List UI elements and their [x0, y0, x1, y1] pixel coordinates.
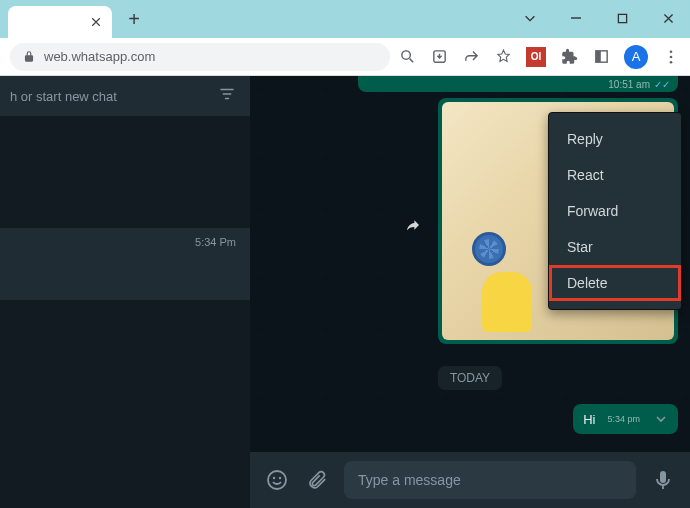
cartoon-illustration [472, 232, 552, 332]
message-text: Hi [583, 412, 595, 427]
svg-point-7 [670, 60, 673, 63]
svg-rect-4 [595, 51, 600, 62]
close-window-button[interactable] [654, 4, 682, 32]
extension-badge[interactable]: OI [526, 47, 546, 67]
whatsapp-app: h or start new chat 5:34 Pm 10:51 am ✓✓ [0, 76, 690, 508]
svg-point-10 [279, 477, 281, 479]
profile-avatar[interactable]: A [624, 45, 648, 69]
svg-point-5 [670, 50, 673, 53]
search-icon[interactable] [398, 48, 416, 66]
chevron-down-icon[interactable] [516, 4, 544, 32]
browser-tab[interactable] [8, 6, 112, 38]
new-tab-button[interactable]: + [120, 5, 148, 33]
install-icon[interactable] [430, 48, 448, 66]
kebab-menu-icon[interactable] [662, 48, 680, 66]
extensions-icon[interactable] [560, 48, 578, 66]
chat-sidebar: h or start new chat 5:34 Pm [0, 76, 250, 508]
ctx-forward[interactable]: Forward [549, 193, 681, 229]
window-controls [516, 4, 682, 32]
lock-icon [22, 50, 36, 64]
message-input[interactable]: Type a message [344, 461, 636, 499]
chat-item-time: 5:34 Pm [195, 236, 236, 248]
svg-point-8 [268, 471, 286, 489]
emoji-icon[interactable] [264, 467, 290, 493]
share-icon[interactable] [462, 48, 480, 66]
chat-main: 10:51 am ✓✓ TODAY Hi 5:34 pm [250, 76, 690, 508]
ctx-delete[interactable]: Delete [549, 265, 681, 301]
svg-rect-0 [618, 14, 626, 22]
message-context-menu: Reply React Forward Star Delete [548, 112, 682, 310]
mic-icon[interactable] [650, 467, 676, 493]
ctx-reply[interactable]: Reply [549, 121, 681, 157]
message-bubble-hi[interactable]: Hi 5:34 pm [573, 404, 678, 434]
reader-icon[interactable] [592, 48, 610, 66]
chat-scroll[interactable]: 10:51 am ✓✓ TODAY Hi 5:34 pm [250, 76, 690, 452]
browser-tab-strip: + [0, 0, 690, 38]
message-bubble-prev[interactable]: 10:51 am ✓✓ [358, 76, 678, 92]
close-icon[interactable] [88, 14, 104, 30]
address-bar[interactable]: web.whatsapp.com [10, 43, 390, 71]
message-input-placeholder: Type a message [358, 472, 461, 488]
read-ticks-icon: ✓✓ [654, 79, 670, 90]
message-time: 10:51 am [608, 79, 650, 90]
svg-point-1 [401, 51, 410, 60]
toolbar-actions: OI A [398, 45, 680, 69]
date-separator: TODAY [438, 366, 502, 390]
message-composer: Type a message [250, 452, 690, 508]
address-text: web.whatsapp.com [44, 49, 155, 64]
message-time: 5:34 pm [607, 414, 640, 424]
filter-icon[interactable] [218, 85, 240, 107]
svg-point-9 [273, 477, 275, 479]
maximize-button[interactable] [608, 4, 636, 32]
forward-icon[interactable] [398, 210, 428, 240]
chevron-down-icon[interactable] [652, 410, 670, 428]
minimize-button[interactable] [562, 4, 590, 32]
browser-toolbar: web.whatsapp.com OI A [0, 38, 690, 76]
chat-list-item[interactable]: 5:34 Pm [0, 228, 250, 300]
star-icon[interactable] [494, 48, 512, 66]
ctx-star[interactable]: Star [549, 229, 681, 265]
ctx-react[interactable]: React [549, 157, 681, 193]
search-input[interactable]: h or start new chat [10, 89, 218, 104]
search-row: h or start new chat [0, 76, 250, 116]
svg-point-6 [670, 55, 673, 58]
svg-rect-11 [660, 471, 666, 483]
attach-icon[interactable] [304, 467, 330, 493]
